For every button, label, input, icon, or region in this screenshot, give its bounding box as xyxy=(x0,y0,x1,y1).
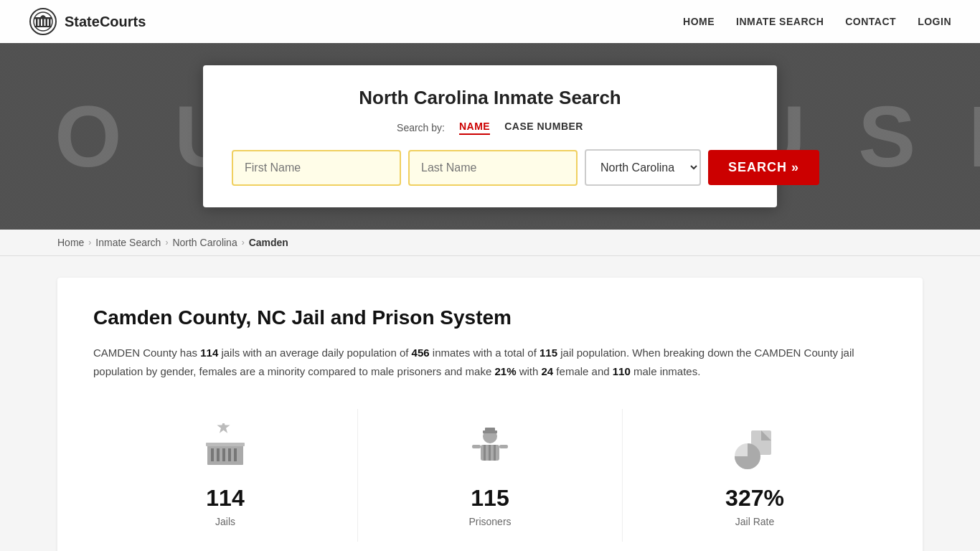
first-name-input[interactable] xyxy=(232,150,401,186)
breadcrumb-sep-2: › xyxy=(165,237,168,248)
nav-contact[interactable]: CONTACT xyxy=(845,16,896,27)
svg-rect-3 xyxy=(39,19,42,26)
stat-prisoners-number: 115 xyxy=(471,485,509,512)
svg-rect-2 xyxy=(36,19,38,26)
state-select[interactable]: North Carolina South Carolina Virginia T… xyxy=(585,149,701,186)
desc-intro: CAMDEN County has xyxy=(93,347,200,359)
nav-login[interactable]: LOGIN xyxy=(918,16,951,27)
search-by-row: Search by: NAME CASE NUMBER xyxy=(232,121,748,135)
breadcrumb-sep-3: › xyxy=(242,237,245,248)
desc-mid5: female and xyxy=(553,365,613,377)
svg-rect-14 xyxy=(234,448,237,461)
main-nav: HOME INMATE SEARCH CONTACT LOGIN xyxy=(683,16,951,27)
svg-rect-22 xyxy=(489,445,491,461)
county-title: Camden County, NC Jail and Prison System xyxy=(93,306,887,329)
search-inputs: North Carolina South Carolina Virginia T… xyxy=(232,149,748,186)
logo-icon xyxy=(29,7,57,36)
breadcrumb: Home › Inmate Search › North Carolina › … xyxy=(0,230,980,256)
breadcrumb-state[interactable]: North Carolina xyxy=(172,237,237,248)
svg-rect-10 xyxy=(211,448,214,461)
content-card: Camden County, NC Jail and Prison System… xyxy=(57,278,923,551)
svg-rect-5 xyxy=(46,19,48,26)
desc-percent: 21% xyxy=(494,365,516,377)
search-card: North Carolina Inmate Search Search by: … xyxy=(203,65,777,207)
search-by-label: Search by: xyxy=(397,122,445,133)
hero-section: C O U R T H O U S E North Carolina Inmat… xyxy=(0,43,980,230)
desc-total-count: 115 xyxy=(540,347,557,359)
svg-rect-4 xyxy=(42,19,44,26)
svg-rect-13 xyxy=(228,448,231,461)
logo-text: StateCourts xyxy=(65,14,146,30)
last-name-input[interactable] xyxy=(408,150,578,186)
jails-icon xyxy=(200,423,250,474)
stat-jails-label: Jails xyxy=(215,516,235,527)
svg-rect-11 xyxy=(217,448,220,461)
search-button[interactable]: SEARCH » xyxy=(708,150,819,185)
svg-rect-25 xyxy=(499,445,508,448)
desc-mid1: jails with an average daily population o… xyxy=(218,347,411,359)
svg-rect-12 xyxy=(222,448,225,461)
svg-rect-23 xyxy=(494,445,496,461)
stat-jails-number: 114 xyxy=(206,485,244,512)
stats-row: 114 Jails xyxy=(93,409,887,542)
svg-marker-16 xyxy=(217,423,230,433)
svg-rect-24 xyxy=(472,445,481,448)
breadcrumb-home[interactable]: Home xyxy=(57,237,84,248)
svg-rect-6 xyxy=(49,19,51,26)
nav-inmate-search[interactable]: INMATE SEARCH xyxy=(736,16,824,27)
svg-rect-15 xyxy=(206,443,245,446)
prisoners-icon xyxy=(465,423,515,474)
svg-rect-8 xyxy=(34,26,52,27)
desc-female-count: 24 xyxy=(542,365,554,377)
breadcrumb-sep-1: › xyxy=(88,237,91,248)
desc-pop-count: 456 xyxy=(412,347,430,359)
breadcrumb-inmate-search[interactable]: Inmate Search xyxy=(95,237,161,248)
desc-mid4: with xyxy=(517,365,542,377)
desc-mid2: inmates with a total of xyxy=(430,347,540,359)
desc-jails-count: 114 xyxy=(200,347,218,359)
county-description: CAMDEN County has 114 jails with an aver… xyxy=(93,344,887,380)
breadcrumb-current: Camden xyxy=(249,237,288,248)
desc-male-count: 110 xyxy=(613,365,631,377)
tab-case-number[interactable]: CASE NUMBER xyxy=(504,121,583,135)
search-card-title: North Carolina Inmate Search xyxy=(232,87,748,109)
svg-rect-7 xyxy=(34,17,52,19)
svg-rect-19 xyxy=(485,428,495,432)
site-header: StateCourts HOME INMATE SEARCH CONTACT L… xyxy=(0,0,980,43)
tab-name[interactable]: NAME xyxy=(459,121,490,135)
svg-rect-21 xyxy=(484,445,486,461)
nav-home[interactable]: HOME xyxy=(683,16,715,27)
stat-prisoners: 115 Prisoners xyxy=(358,409,623,542)
main-content: Camden County, NC Jail and Prison System… xyxy=(0,256,980,551)
jail-rate-icon xyxy=(730,423,780,474)
stat-jail-rate-number: 327% xyxy=(725,485,784,512)
stat-prisoners-label: Prisoners xyxy=(468,516,511,527)
logo-area[interactable]: StateCourts xyxy=(29,7,146,36)
stat-jail-rate-label: Jail Rate xyxy=(735,516,774,527)
stat-jail-rate: 327% Jail Rate xyxy=(623,409,887,542)
stat-jails: 114 Jails xyxy=(93,409,358,542)
desc-end: male inmates. xyxy=(631,365,701,377)
